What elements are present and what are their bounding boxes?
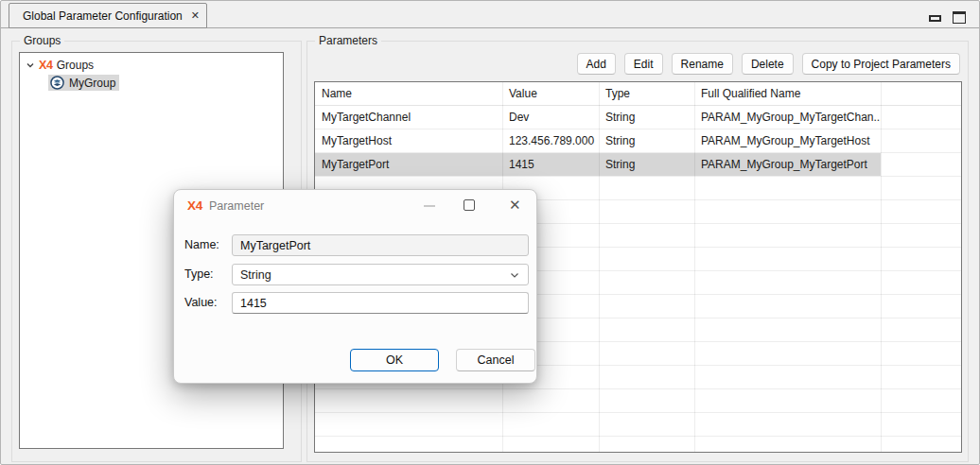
name-label: Name: xyxy=(184,238,230,251)
type-label: Type: xyxy=(184,267,230,281)
ok-button[interactable]: OK xyxy=(350,349,439,371)
cell-value: Dev xyxy=(502,106,599,129)
column-divider[interactable] xyxy=(694,82,695,452)
cell-type: String xyxy=(599,106,694,129)
tree-root-label: Groups xyxy=(57,59,94,72)
copy-to-project-parameters-button[interactable]: Copy to Project Parameters xyxy=(802,53,960,75)
column-divider[interactable] xyxy=(881,82,882,452)
view-window-controls xyxy=(929,11,966,24)
parameter-dialog: X4 Parameter ✕ Name: Type: String Value:… xyxy=(173,189,537,384)
cell-filler xyxy=(881,106,961,129)
table-row[interactable]: MyTargetHost 123.456.789.000 String PARA… xyxy=(315,129,961,153)
cell-fqn: PARAM_MyGroup_MyTargetPort xyxy=(694,153,881,176)
app-window: Global Parameter Configuration ✕ Groups … xyxy=(0,0,980,465)
cell-filler xyxy=(881,129,961,152)
chevron-down-icon xyxy=(509,269,520,281)
maximize-icon[interactable] xyxy=(953,11,966,24)
add-button[interactable]: Add xyxy=(577,53,616,75)
edit-button[interactable]: Edit xyxy=(624,53,663,75)
dialog-maximize-icon[interactable] xyxy=(464,199,475,211)
dialog-title: Parameter xyxy=(209,199,264,213)
tab-title: Global Parameter Configuration xyxy=(23,9,183,23)
value-field[interactable] xyxy=(232,292,529,314)
chevron-down-icon[interactable] xyxy=(26,60,35,70)
cell-name: MyTargetHost xyxy=(315,129,502,152)
groups-panel-title: Groups xyxy=(20,34,64,47)
minimize-icon[interactable] xyxy=(929,15,941,22)
dialog-minimize-icon xyxy=(424,205,435,207)
tab-global-parameter-configuration[interactable]: Global Parameter Configuration ✕ xyxy=(9,3,207,28)
table-row[interactable]: MyTargetChannel Dev String PARAM_MyGroup… xyxy=(315,106,961,129)
tree-item-selection: MyGroup xyxy=(48,75,119,91)
dialog-close-icon[interactable]: ✕ xyxy=(505,195,525,215)
cell-value: 1415 xyxy=(502,153,599,176)
cell-type: String xyxy=(599,153,694,176)
x4-logo: X4 xyxy=(187,198,202,213)
cell-filler xyxy=(881,153,961,176)
column-header-filler xyxy=(881,82,961,105)
parameters-toolbar: Add Edit Rename Delete Copy to Project P… xyxy=(577,53,961,75)
cell-name: MyTargetPort xyxy=(315,153,502,176)
tree-item-mygroup[interactable]: MyGroup xyxy=(20,74,283,92)
editor-tab-bar: Global Parameter Configuration ✕ xyxy=(1,3,980,28)
cell-fqn: PARAM_MyGroup_MyTargetHost xyxy=(694,129,881,152)
name-field[interactable] xyxy=(232,234,529,256)
cell-value: 123.456.789.000 xyxy=(502,129,599,152)
tree-item-groups-root[interactable]: X4 Groups xyxy=(20,56,283,74)
type-select-value: String xyxy=(240,268,271,282)
column-header-value[interactable]: Value xyxy=(502,82,599,105)
column-header-name[interactable]: Name xyxy=(315,82,502,105)
parameters-panel-title: Parameters xyxy=(315,34,381,47)
rename-button[interactable]: Rename xyxy=(672,53,733,75)
dialog-titlebar: X4 Parameter xyxy=(187,198,264,213)
column-divider[interactable] xyxy=(599,82,600,452)
cancel-button[interactable]: Cancel xyxy=(456,349,535,371)
cell-type: String xyxy=(599,129,694,152)
table-header-row: Name Value Type Full Qualified Name xyxy=(315,82,961,106)
cell-fqn: PARAM_MyGroup_MyTargetChan... xyxy=(694,106,881,129)
tree-item-label: MyGroup xyxy=(69,77,115,90)
cell-name: MyTargetChannel xyxy=(315,106,502,129)
type-select[interactable]: String xyxy=(232,264,529,285)
layers-icon xyxy=(50,76,64,90)
column-header-full-qualified-name[interactable]: Full Qualified Name xyxy=(694,82,881,105)
tab-close-icon[interactable]: ✕ xyxy=(188,9,202,23)
delete-button[interactable]: Delete xyxy=(742,53,794,75)
table-row-selected[interactable]: MyTargetPort 1415 String PARAM_MyGroup_M… xyxy=(315,153,961,177)
x4-logo: X4 xyxy=(39,59,53,72)
value-label: Value: xyxy=(184,296,230,309)
column-header-type[interactable]: Type xyxy=(599,82,694,105)
